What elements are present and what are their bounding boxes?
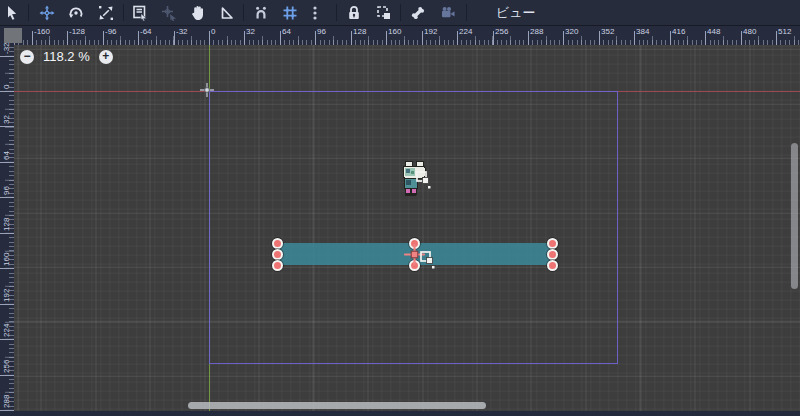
lock-icon xyxy=(346,5,362,21)
v-ruler-label: 256 xyxy=(2,360,11,373)
v-ruler-label: 32 xyxy=(2,115,11,124)
toolbar-separator xyxy=(123,4,124,21)
ruler-corner xyxy=(4,28,22,43)
h-ruler-label: 416 xyxy=(672,27,685,36)
h-ruler-tick xyxy=(776,31,777,45)
smart-snap-icon xyxy=(253,5,269,21)
pan-tool-button[interactable] xyxy=(186,1,210,25)
v-ruler-tick xyxy=(0,197,14,198)
pivot-tool-icon xyxy=(161,5,177,21)
skeleton-options-button[interactable] xyxy=(406,1,430,25)
shape-handle[interactable] xyxy=(272,238,283,249)
h-ruler-tick xyxy=(599,31,600,45)
ruler-tool-button[interactable] xyxy=(215,1,239,25)
bone-icon xyxy=(410,5,426,21)
toolbar-separator xyxy=(336,4,337,21)
zoom-in-button[interactable]: + xyxy=(99,50,113,64)
snap-options-button[interactable] xyxy=(303,1,327,25)
h-ruler-label: 224 xyxy=(459,27,472,36)
scale-tool-button[interactable] xyxy=(94,1,118,25)
toolbar-separator xyxy=(466,4,467,21)
bottom-panel-edge xyxy=(0,411,800,416)
shape-handle[interactable] xyxy=(272,249,283,260)
toolbar-separator xyxy=(243,4,244,21)
zoom-level-value[interactable]: 118.2 % xyxy=(43,49,90,64)
ruler-tool-icon xyxy=(219,5,235,21)
lock-button[interactable] xyxy=(342,1,366,25)
h-ruler-label: -96 xyxy=(105,27,117,36)
2d-editor: -160-128-96-64-3203264961281601922242562… xyxy=(0,0,800,416)
h-ruler-tick xyxy=(174,31,175,45)
shape-handle[interactable] xyxy=(547,260,558,271)
rotate-tool-icon xyxy=(68,5,84,21)
v-ruler-tick xyxy=(0,304,14,305)
h-ruler-label: -160 xyxy=(34,27,50,36)
vertical-scrollbar[interactable] xyxy=(791,143,798,289)
v-ruler-label: 224 xyxy=(2,324,11,337)
v-ruler-tick xyxy=(0,162,14,163)
pan-tool-icon xyxy=(190,5,206,21)
h-ruler-label: 480 xyxy=(743,27,756,36)
h-ruler-label: -64 xyxy=(140,27,152,36)
h-ruler-tick xyxy=(32,31,33,45)
shape-handle[interactable] xyxy=(547,249,558,260)
v-ruler-label: -32 xyxy=(2,42,11,54)
h-ruler-tick xyxy=(103,31,104,45)
v-ruler-tick xyxy=(0,56,14,57)
v-ruler-tick xyxy=(0,126,14,127)
camera-override-button[interactable] xyxy=(436,1,460,25)
h-ruler-label: -128 xyxy=(69,27,85,36)
h-ruler-label: 352 xyxy=(601,27,614,36)
h-ruler-label: 384 xyxy=(636,27,649,36)
v-ruler-tick xyxy=(0,410,14,411)
h-ruler-minor-ticks xyxy=(14,40,800,45)
h-ruler-tick xyxy=(670,31,671,45)
scale-tool-icon xyxy=(98,5,114,21)
h-ruler-label: 512 xyxy=(778,27,791,36)
v-ruler-label: 288 xyxy=(2,395,11,408)
v-ruler-tick xyxy=(0,268,14,269)
group-button[interactable] xyxy=(372,1,396,25)
shape-handle[interactable] xyxy=(272,260,283,271)
v-ruler-label: 128 xyxy=(2,218,11,231)
h-ruler-tick xyxy=(705,31,706,45)
zoom-out-button[interactable]: − xyxy=(20,50,34,64)
h-ruler-tick xyxy=(493,31,494,45)
grid-snap-button[interactable] xyxy=(278,1,302,25)
move-tool-button[interactable] xyxy=(35,1,59,25)
origin-gizmo xyxy=(200,83,214,97)
h-ruler-tick xyxy=(422,31,423,45)
pivot-tool-button[interactable] xyxy=(157,1,181,25)
h-ruler-label: 96 xyxy=(317,27,326,36)
canvas-toolbar: ビュー xyxy=(0,0,800,26)
h-ruler-label: 0 xyxy=(211,27,215,36)
h-ruler-tick xyxy=(386,31,387,45)
toolbar-separator xyxy=(28,4,29,21)
vertical-ruler[interactable]: -320326496128160192224256288 xyxy=(0,26,14,411)
h-ruler-label: 32 xyxy=(246,27,255,36)
h-ruler-label: 128 xyxy=(353,27,366,36)
h-ruler-label: -32 xyxy=(176,27,188,36)
h-ruler-label: 288 xyxy=(530,27,543,36)
h-ruler-tick xyxy=(280,31,281,45)
smart-snap-button[interactable] xyxy=(249,1,273,25)
horizontal-scrollbar[interactable] xyxy=(188,402,486,409)
v-ruler-tick xyxy=(0,339,14,340)
project-viewport-outline xyxy=(209,91,618,364)
h-ruler-label: 160 xyxy=(388,27,401,36)
v-ruler-label: 192 xyxy=(2,289,11,302)
horizontal-ruler[interactable]: -160-128-96-64-3203264961281601922242562… xyxy=(14,26,800,45)
v-ruler-label: 0 xyxy=(2,85,11,89)
toolbar-separator xyxy=(400,4,401,21)
h-ruler-tick xyxy=(351,31,352,45)
v-ruler-label: 96 xyxy=(2,186,11,195)
list-select-tool-button[interactable] xyxy=(128,1,152,25)
h-ruler-tick xyxy=(315,31,316,45)
group-icon xyxy=(376,5,392,21)
rotate-tool-button[interactable] xyxy=(64,1,88,25)
view-menu-button[interactable]: ビュー xyxy=(486,1,546,25)
shape-handle[interactable] xyxy=(547,238,558,249)
group-badge-icon xyxy=(420,251,435,269)
h-ruler-label: 64 xyxy=(282,27,291,36)
select-tool-button[interactable] xyxy=(0,1,24,25)
